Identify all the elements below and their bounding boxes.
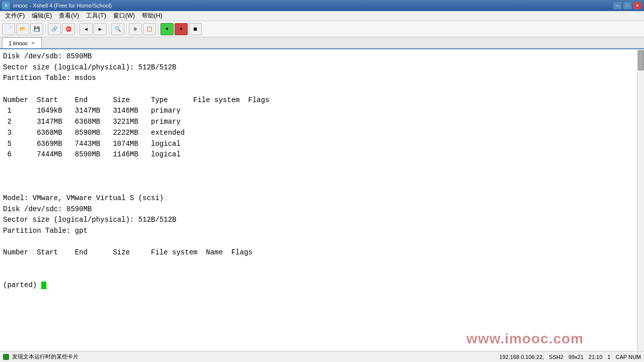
connection-indicator [3, 354, 9, 360]
status-left: 发现文本运行时的某些卡片 [3, 353, 78, 360]
status-session-text: 发现文本运行时的某些卡片 [12, 353, 78, 360]
toolbar-sep1 [45, 24, 46, 34]
toolbar-save[interactable]: 💾 [30, 23, 43, 35]
toolbar-sep2 [77, 24, 77, 34]
status-line-col: 21:10 [589, 354, 603, 360]
menu-tools[interactable]: 工具(T) [83, 11, 109, 21]
window-title: imooc - Xshell 4 (Free for Home/School) [13, 3, 112, 9]
status-ssh: SSH2 [549, 354, 564, 360]
scrollbar[interactable] [637, 49, 644, 351]
menu-file[interactable]: 文件(F) [2, 11, 28, 21]
tab-label: 1 imooc [9, 40, 28, 46]
toolbar-new[interactable]: 📄 [2, 23, 15, 35]
status-right: 192.168.0.106:22, SSH2 99x21 21:10 1 CAP… [499, 354, 641, 360]
terminal-content[interactable]: Disk /dev/sdb: 8590MB Sector size (logic… [0, 49, 644, 340]
toolbar-settings[interactable]: ⚙ [129, 23, 142, 35]
toolbar: 📄 📂 💾 🔗 ⛔ ◀ ▶ 🔍 ⚙ 📋 ● ● ⏹ [0, 21, 644, 37]
toolbar-connect[interactable]: 🔗 [48, 23, 61, 35]
window-controls: ─ □ ✕ [613, 2, 642, 10]
tab-imooc[interactable]: 1 imooc ✕ [2, 37, 42, 48]
status-bar: 发现文本运行时的某些卡片 192.168.0.106:22, SSH2 99x2… [0, 351, 644, 362]
close-button[interactable]: ✕ [633, 2, 642, 10]
maximize-button[interactable]: □ [623, 2, 632, 10]
toolbar-stop[interactable]: ⏹ [189, 23, 202, 35]
toolbar-disconnect[interactable]: ⛔ [62, 23, 75, 35]
menu-bar: 文件(F) 编辑(E) 查看(V) 工具(T) 窗口(W) 帮助(H) [0, 11, 644, 21]
status-position: 99x21 [569, 354, 584, 360]
tab-bar: 1 imooc ✕ [0, 37, 644, 49]
menu-view[interactable]: 查看(V) [56, 11, 82, 21]
status-caps: CAP NUM [615, 354, 641, 360]
toolbar-search[interactable]: 🔍 [111, 23, 124, 35]
toolbar-sessions[interactable]: 📋 [143, 23, 156, 35]
toolbar-sep3 [109, 24, 109, 34]
toolbar-green[interactable]: ● [160, 23, 174, 35]
toolbar-red[interactable]: ● [175, 23, 188, 35]
toolbar-next[interactable]: ▶ [94, 23, 107, 35]
status-num: 1 [607, 354, 610, 360]
scrollbar-thumb[interactable] [638, 50, 644, 70]
menu-edit[interactable]: 编辑(E) [29, 11, 55, 21]
toolbar-prev[interactable]: ◀ [79, 23, 93, 35]
tab-close-icon[interactable]: ✕ [31, 41, 35, 46]
minimize-button[interactable]: ─ [613, 2, 622, 10]
app-icon: X [2, 2, 10, 10]
toolbar-sep5 [158, 24, 158, 34]
terminal-cursor [41, 282, 46, 289]
title-bar: X imooc - Xshell 4 (Free for Home/School… [0, 0, 644, 11]
toolbar-sep4 [126, 24, 127, 34]
status-connection: 192.168.0.106:22, [499, 354, 544, 360]
menu-help[interactable]: 帮助(H) [139, 11, 166, 21]
toolbar-open[interactable]: 📂 [16, 23, 29, 35]
menu-window[interactable]: 窗口(W) [110, 11, 138, 21]
